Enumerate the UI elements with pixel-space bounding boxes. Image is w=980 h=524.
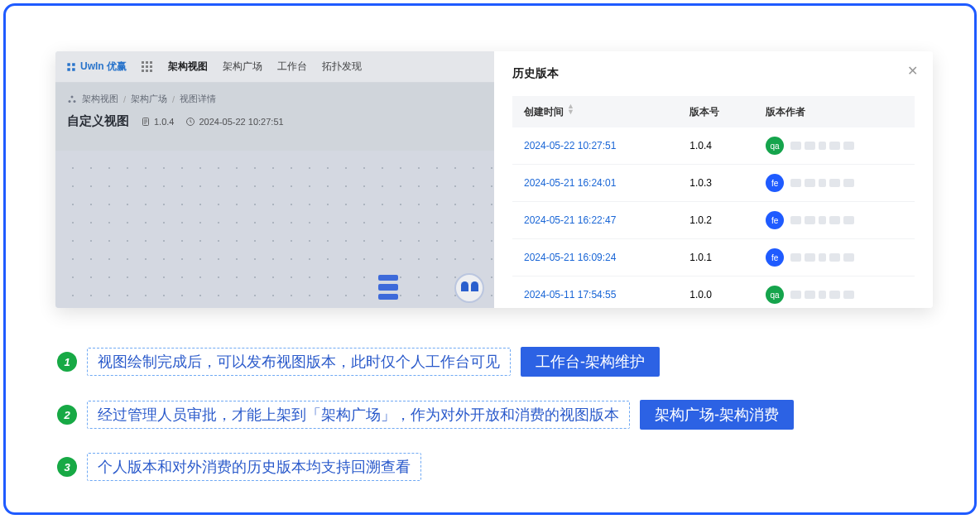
cell-created[interactable]: 2024-05-21 16:22:47 — [512, 202, 678, 239]
cell-created[interactable]: 2024-05-11 17:54:55 — [512, 276, 678, 309]
author-blur — [790, 142, 854, 150]
cell-author: fe — [754, 202, 915, 239]
app-panel: UwIn 优赢 架构视图 架构广场 工作台 拓扑发现 架构视图/ 架构广场/ 视… — [55, 51, 494, 308]
cell-author: qa — [754, 276, 915, 309]
cell-version: 1.0.1 — [678, 239, 754, 276]
table-row[interactable]: 2024-05-11 17:54:551.0.0qa — [512, 276, 915, 309]
note-row: 1视图绘制完成后，可以发布视图版本，此时仅个人工作台可见工作台-架构维护 — [57, 347, 794, 377]
author-tag: fe — [766, 211, 784, 229]
cell-created[interactable]: 2024-05-22 10:27:51 — [512, 127, 678, 165]
overlay-mask — [55, 51, 494, 308]
note-text: 个人版本和对外消费的历史版本均支持回溯查看 — [87, 453, 421, 481]
cell-version: 1.0.4 — [678, 127, 754, 165]
cell-author: fe — [754, 239, 915, 276]
cell-version: 1.0.2 — [678, 202, 754, 239]
col-created[interactable]: 创建时间▲▼ — [512, 96, 678, 127]
author-blur — [790, 253, 854, 262]
author-blur — [790, 291, 854, 299]
cell-author: qa — [754, 127, 915, 165]
note-row: 3个人版本和对外消费的历史版本均支持回溯查看 — [57, 453, 794, 481]
cell-author: fe — [754, 165, 915, 202]
history-drawer: 历史版本 ✕ 创建时间▲▼ 版本号 版本作者 2024-05-22 10:27:… — [494, 51, 933, 308]
note-number: 2 — [57, 405, 77, 425]
table-row[interactable]: 2024-05-21 16:24:011.0.3fe — [512, 165, 915, 202]
screenshot-card: UwIn 优赢 架构视图 架构广场 工作台 拓扑发现 架构视图/ 架构广场/ 视… — [55, 51, 933, 308]
author-blur — [790, 179, 854, 187]
author-tag: qa — [766, 137, 784, 155]
author-tag: fe — [766, 174, 784, 192]
table-row[interactable]: 2024-05-21 16:22:471.0.2fe — [512, 202, 915, 239]
author-blur — [790, 216, 854, 224]
sort-icon[interactable]: ▲▼ — [567, 103, 574, 115]
history-table: 创建时间▲▼ 版本号 版本作者 2024-05-22 10:27:511.0.4… — [512, 96, 915, 308]
note-number: 3 — [57, 457, 77, 477]
notes-list: 1视图绘制完成后，可以发布视图版本，此时仅个人工作台可见工作台-架构维护2经过管… — [57, 347, 794, 504]
col-version: 版本号 — [678, 96, 754, 127]
cell-version: 1.0.3 — [678, 165, 754, 202]
note-button[interactable]: 架构广场-架构消费 — [640, 400, 794, 430]
note-text: 视图绘制完成后，可以发布视图版本，此时仅个人工作台可见 — [87, 348, 511, 376]
table-row[interactable]: 2024-05-21 16:09:241.0.1fe — [512, 239, 915, 276]
note-number: 1 — [57, 352, 77, 372]
drawer-title: 历史版本 — [512, 66, 915, 81]
col-author: 版本作者 — [754, 96, 915, 127]
cell-version: 1.0.0 — [678, 276, 754, 309]
page-frame: UwIn 优赢 架构视图 架构广场 工作台 拓扑发现 架构视图/ 架构广场/ 视… — [3, 3, 977, 515]
note-button[interactable]: 工作台-架构维护 — [521, 347, 660, 377]
author-tag: qa — [766, 286, 784, 304]
cell-created[interactable]: 2024-05-21 16:24:01 — [512, 165, 678, 202]
close-icon[interactable]: ✕ — [907, 63, 918, 79]
table-row[interactable]: 2024-05-22 10:27:511.0.4qa — [512, 127, 915, 165]
note-text: 经过管理人员审批，才能上架到「架构广场」，作为对外开放和消费的视图版本 — [87, 401, 630, 429]
cell-created[interactable]: 2024-05-21 16:09:24 — [512, 239, 678, 276]
author-tag: fe — [766, 248, 784, 267]
note-row: 2经过管理人员审批，才能上架到「架构广场」，作为对外开放和消费的视图版本架构广场… — [57, 400, 794, 430]
